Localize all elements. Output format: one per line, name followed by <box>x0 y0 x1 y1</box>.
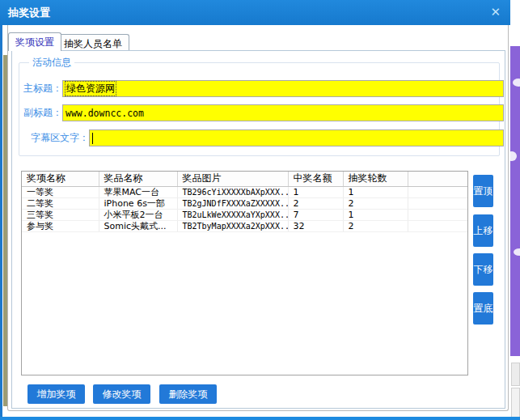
marquee-text-row: 字幕区文字： <box>12 129 504 146</box>
sub-title-value: www.downcc.com <box>66 108 144 119</box>
table-row[interactable]: 三等奖 小米平板2一台 TB2uLkWeXXXXXaYXpXXX... 7 1 <box>22 209 467 220</box>
prize-table: 奖项名称 奖品名称 奖品图片 中奖名额 抽奖轮数 一等奖 苹果MAC一台 TB2… <box>22 172 467 232</box>
cell-prize-image: TB296cYiXXXXXbAXpXXX... <box>177 186 288 197</box>
main-title-input[interactable]: 绿色资源网 <box>62 80 504 97</box>
cell-draw-rounds: 1 <box>343 186 408 197</box>
cell-winner-quota: 7 <box>288 209 343 220</box>
cell-draw-rounds: 2 <box>343 197 408 209</box>
col-header-filler <box>408 172 467 186</box>
cell-prize-tier: 三等奖 <box>22 209 99 220</box>
table-header-row: 奖项名称 奖品名称 奖品图片 中奖名额 抽奖轮数 <box>22 172 467 186</box>
tab-personnel-list[interactable]: 抽奖人员名单 <box>57 34 129 51</box>
cell-prize-name: Somic头戴式... <box>99 220 177 231</box>
cell-prize-image: TB2gJNDfFXXXXaZXXXXX... <box>177 197 288 209</box>
main-title-value: 绿色资源网 <box>66 82 116 95</box>
background-decoration <box>510 151 517 161</box>
cell-filler <box>408 209 467 220</box>
background-strip-right-purple <box>510 46 520 356</box>
background-decoration <box>514 248 520 256</box>
cell-prize-tier: 参与奖 <box>22 220 99 231</box>
delete-prize-button[interactable]: 删除奖项 <box>159 384 217 404</box>
cell-draw-rounds: 1 <box>343 209 408 220</box>
main-title-label: 主标题： <box>23 82 62 95</box>
move-up-button[interactable]: 上移 <box>473 214 493 247</box>
sub-title-label: 副标题： <box>23 106 62 120</box>
groupbox-title: 活动信息 <box>29 56 74 70</box>
cell-winner-quota: 1 <box>288 186 343 197</box>
move-to-top-button[interactable]: 置顶 <box>473 175 493 207</box>
col-header-draw-rounds: 抽奖轮数 <box>343 172 408 186</box>
col-header-prize-tier: 奖项名称 <box>22 172 99 186</box>
move-down-button[interactable]: 下移 <box>473 253 493 286</box>
marquee-text-input[interactable] <box>89 129 504 146</box>
cell-prize-name: iPhone 6s一部 <box>99 197 177 209</box>
cell-prize-tier: 一等奖 <box>22 186 99 197</box>
cell-prize-name: 小米平板2一台 <box>99 209 177 220</box>
tab-content-panel: 活动信息 主标题： 绿色资源网 副标题： www.downcc.com 字幕区文… <box>11 50 505 409</box>
col-header-prize-name: 奖品名称 <box>99 172 177 186</box>
cell-prize-image: TB2TbyMapXXXXa2XpXXX... <box>177 220 288 231</box>
table-row[interactable]: 参与奖 Somic头戴式... TB2TbyMapXXXXa2XpXXX... … <box>22 220 467 231</box>
main-title-row: 主标题： 绿色资源网 <box>23 80 504 97</box>
tab-prize-settings[interactable]: 奖项设置 <box>8 32 61 51</box>
sub-title-row: 副标题： www.downcc.com <box>23 104 504 121</box>
background-strip-left-blue <box>0 25 2 417</box>
sub-title-input[interactable]: www.downcc.com <box>62 104 504 121</box>
cell-filler <box>408 197 467 209</box>
cell-prize-image: TB2uLkWeXXXXXaYXpXXX... <box>177 209 288 220</box>
marquee-text-label: 字幕区文字： <box>12 131 89 145</box>
dialog-titlebar: 抽奖设置 ✕ <box>0 0 510 25</box>
modify-prize-button[interactable]: 修改奖项 <box>93 384 150 404</box>
cell-filler <box>408 186 467 197</box>
col-header-prize-image: 奖品图片 <box>177 172 288 186</box>
cell-winner-quota: 2 <box>288 197 343 209</box>
move-to-bottom-button[interactable]: 置底 <box>473 292 493 325</box>
background-panel-right <box>511 388 520 420</box>
prize-list[interactable]: 奖项名称 奖品名称 奖品图片 中奖名额 抽奖轮数 一等奖 苹果MAC一台 TB2… <box>21 171 468 375</box>
table-row[interactable]: 一等奖 苹果MAC一台 TB296cYiXXXXXbAXpXXX... 1 1 <box>22 186 467 197</box>
background-decoration <box>513 78 520 87</box>
table-row[interactable]: 二等奖 iPhone 6s一部 TB2gJNDfFXXXXaZXXXXX... … <box>22 197 467 209</box>
add-prize-button[interactable]: 增加奖项 <box>27 384 85 404</box>
cell-filler <box>408 220 467 231</box>
dialog-title: 抽奖设置 <box>8 6 50 20</box>
cell-draw-rounds: 2 <box>343 220 408 231</box>
cell-winner-quota: 32 <box>288 220 343 231</box>
background-panel-right <box>511 363 520 386</box>
close-icon[interactable]: ✕ <box>490 6 501 19</box>
text-cursor <box>92 133 93 144</box>
cell-prize-name: 苹果MAC一台 <box>99 186 177 197</box>
col-header-winner-quota: 中奖名额 <box>288 172 343 186</box>
background-strip-bottom-blue <box>0 417 520 420</box>
cell-prize-tier: 二等奖 <box>22 197 99 209</box>
